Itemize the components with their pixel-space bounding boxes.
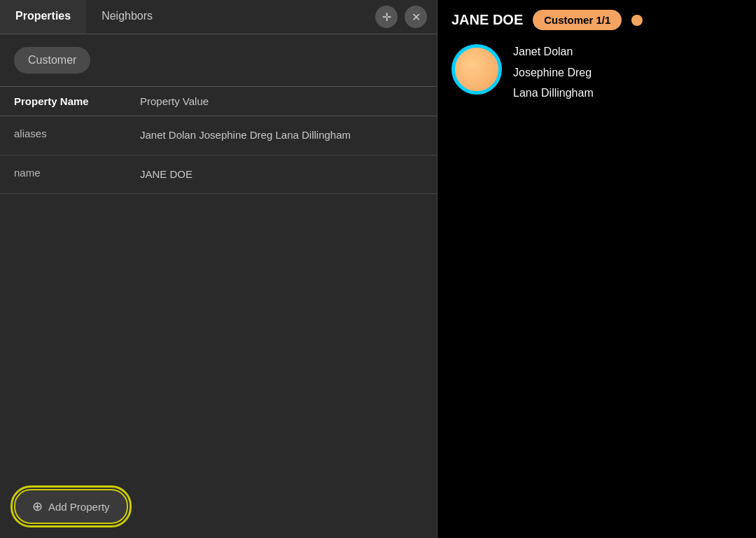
related-names-list: Janet Dolan Josephine Dreg Lana Dillingh… bbox=[513, 41, 594, 102]
col-header-value: Property Value bbox=[140, 95, 423, 107]
add-property-button[interactable]: ⊕ Add Property bbox=[14, 489, 128, 524]
related-name-1: Josephine Dreg bbox=[513, 64, 594, 82]
table-row: aliases Janet Dolan Josephine Dreg Lana … bbox=[0, 116, 437, 156]
move-button[interactable]: ✛ bbox=[375, 6, 398, 28]
node-visual: Janet Dolan Josephine Dreg Lana Dillingh… bbox=[451, 41, 742, 102]
customer-badge: Customer 1/1 bbox=[533, 10, 622, 30]
right-panel: JANE DOE Customer 1/1 Janet Dolan Joseph… bbox=[438, 0, 756, 538]
tab-icons: ✛ ✕ bbox=[375, 6, 437, 28]
col-header-name: Property Name bbox=[14, 95, 140, 107]
customer-section: Customer bbox=[0, 34, 437, 86]
avatar bbox=[451, 44, 502, 95]
related-name-2: Lana Dillingham bbox=[513, 84, 594, 102]
customer-button[interactable]: Customer bbox=[14, 47, 90, 74]
related-name-0: Janet Dolan bbox=[513, 43, 594, 61]
right-header: JANE DOE Customer 1/1 bbox=[451, 10, 742, 30]
tab-bar: Properties Neighbors ✛ ✕ bbox=[0, 0, 437, 34]
tab-neighbors[interactable]: Neighbors bbox=[86, 0, 168, 34]
add-property-label: Add Property bbox=[48, 501, 110, 513]
row-val-aliases: Janet Dolan Josephine Dreg Lana Dillingh… bbox=[140, 127, 423, 144]
add-property-section: ⊕ Add Property bbox=[0, 475, 437, 538]
row-val-name: JANE DOE bbox=[140, 167, 423, 183]
left-panel: Properties Neighbors ✛ ✕ Customer Proper… bbox=[0, 0, 438, 538]
plus-icon: ⊕ bbox=[32, 499, 43, 514]
row-key-aliases: aliases bbox=[14, 127, 140, 139]
entity-name: JANE DOE bbox=[451, 12, 523, 28]
tab-properties[interactable]: Properties bbox=[0, 0, 86, 34]
table-row: name JANE DOE bbox=[0, 156, 437, 195]
row-key-name: name bbox=[14, 167, 140, 179]
table-header: Property Name Property Value bbox=[0, 87, 437, 116]
properties-table: Property Name Property Value aliases Jan… bbox=[0, 86, 437, 475]
status-dot bbox=[631, 15, 643, 26]
close-button[interactable]: ✕ bbox=[405, 6, 427, 28]
